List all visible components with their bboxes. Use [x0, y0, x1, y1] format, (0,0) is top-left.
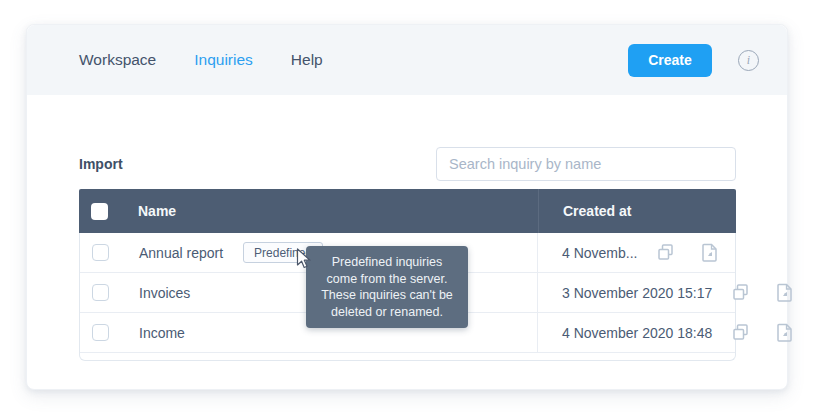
file-import-icon[interactable] — [774, 323, 794, 343]
nav-item-workspace[interactable]: Workspace — [79, 51, 156, 69]
app-card: Workspace Inquiries Help Create i Import… — [26, 24, 788, 390]
column-header-name: Name — [138, 203, 176, 219]
table-header-row: Name Created at — [79, 189, 736, 233]
row-created-cell: 4 Novemb... — [537, 233, 735, 272]
copy-icon[interactable] — [730, 323, 750, 343]
row-checkbox[interactable] — [92, 244, 109, 261]
column-header-created-at: Created at — [563, 203, 631, 219]
row-checkbox[interactable] — [92, 284, 109, 301]
import-section-label: Import — [79, 156, 123, 181]
row-icons — [730, 283, 794, 303]
file-import-icon[interactable] — [774, 283, 794, 303]
toolbar: Import — [79, 147, 736, 181]
row-icons — [655, 243, 719, 263]
top-nav: Workspace Inquiries Help Create i — [27, 25, 787, 95]
table-header-name: Name — [79, 203, 538, 220]
row-created-label: 3 November 2020 15:17 — [562, 285, 712, 301]
select-all-checkbox[interactable] — [91, 203, 108, 220]
row-created-label: 4 November 2020 18:48 — [562, 325, 712, 341]
info-icon[interactable]: i — [738, 50, 759, 71]
nav-items: Workspace Inquiries Help — [79, 51, 323, 69]
row-icons — [730, 323, 794, 343]
search-input[interactable] — [436, 147, 736, 181]
nav-item-inquiries[interactable]: Inquiries — [194, 51, 253, 69]
row-created-label: 4 Novemb... — [562, 245, 637, 261]
file-import-icon[interactable] — [699, 243, 719, 263]
row-name-label: Invoices — [139, 285, 190, 301]
create-button[interactable]: Create — [628, 44, 712, 77]
row-created-cell: 3 November 2020 15:17 — [537, 273, 735, 312]
row-checkbox[interactable] — [92, 324, 109, 341]
copy-icon[interactable] — [730, 283, 750, 303]
copy-icon[interactable] — [655, 243, 675, 263]
predefined-tooltip: Predefined inquiries come from the serve… — [306, 246, 468, 328]
table-header-created: Created at — [538, 189, 736, 233]
row-created-cell: 4 November 2020 18:48 — [537, 313, 735, 352]
row-name-label: Income — [139, 325, 185, 341]
row-name-label: Annual report — [139, 245, 223, 261]
nav-item-help[interactable]: Help — [291, 51, 323, 69]
